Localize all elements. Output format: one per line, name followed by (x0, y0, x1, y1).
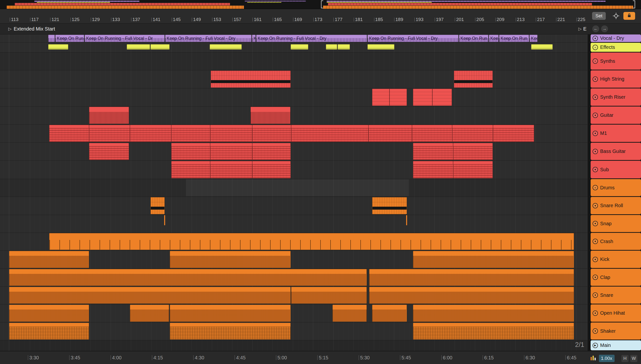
clip-vocal-dry[interactable]: Keep On Run (459, 35, 488, 42)
clip-snap[interactable] (164, 215, 165, 225)
crosshair-icon[interactable] (613, 12, 619, 19)
track-header-main[interactable]: ▶Main (591, 340, 641, 350)
clip-vocal-dry[interactable]: Kee (489, 35, 499, 42)
clip-m1[interactable] (412, 125, 452, 142)
clip-guitar[interactable] (251, 107, 290, 124)
track-header-bass-guitar[interactable]: ▼Bass Guitar (591, 143, 641, 160)
bar-ruler[interactable]: 1131171211251291331371411451491531571611… (0, 9, 641, 24)
clip-vocal-dry[interactable]: Keep On Run (499, 35, 529, 42)
track-header-sub[interactable]: ▼Sub (591, 161, 641, 178)
clip-m1[interactable] (130, 125, 171, 142)
track-lane-vocal-dry[interactable]: Keep On RunKeep On Running - Full Vocal … (0, 34, 588, 43)
track-lane-clap[interactable] (0, 269, 588, 286)
clip-m1[interactable] (291, 125, 368, 142)
clip-open-hihat[interactable] (130, 305, 169, 322)
track-lane-crash[interactable] (0, 233, 588, 251)
clip-open-hihat[interactable] (170, 305, 291, 322)
clip-vocal-dry[interactable] (48, 35, 55, 42)
clip-vocal-dry[interactable]: Keep On Running - Full Vocal - Dry (256, 35, 367, 42)
group-icon[interactable]: ≡ (592, 58, 598, 64)
clip-open-hihat[interactable] (372, 305, 407, 322)
fold-icon[interactable]: ▼ (592, 36, 598, 41)
mixer-icon[interactable] (590, 355, 596, 362)
track-lane-guitar[interactable] (0, 106, 588, 124)
track-lane-effects[interactable] (0, 43, 588, 52)
track-header-shaker[interactable]: ▼Shaker (591, 322, 641, 340)
fold-icon[interactable]: ▼ (592, 203, 598, 208)
forward-button[interactable]: → (601, 25, 608, 32)
clip-bass-guitar[interactable] (252, 143, 291, 160)
clip-open-hihat[interactable] (413, 305, 574, 322)
clip-sub[interactable] (453, 161, 493, 178)
clip-effects[interactable] (210, 44, 242, 50)
fold-icon[interactable]: ▼ (592, 257, 598, 262)
track-header-m1[interactable]: ▼M1 (591, 124, 641, 142)
clip-bass-guitar[interactable] (89, 143, 129, 160)
track-header-effects[interactable]: ≡Effects (591, 43, 641, 52)
clip-effects[interactable] (150, 44, 169, 50)
track-header-kick[interactable]: ▼Kick (591, 251, 641, 268)
clip-effects[interactable] (338, 44, 350, 50)
clip-effects[interactable] (326, 44, 337, 50)
fold-icon[interactable]: ▼ (592, 167, 598, 172)
group-icon[interactable]: ≡ (592, 45, 598, 50)
overview-strip[interactable] (0, 0, 641, 9)
fold-icon[interactable]: ▼ (592, 112, 598, 118)
fold-icon[interactable]: ▼ (592, 131, 598, 136)
clip-sub[interactable] (210, 161, 252, 178)
clip-kick[interactable] (9, 251, 89, 268)
clip-sub[interactable] (252, 161, 291, 178)
fold-icon[interactable]: ▼ (592, 310, 598, 316)
clip-bass-guitar[interactable] (453, 143, 493, 160)
clip-synth-riser[interactable] (413, 89, 452, 106)
clip-snare-roll[interactable] (150, 197, 165, 214)
track-lane-bass-guitar[interactable] (0, 143, 588, 161)
clip-vocal-dry[interactable]: Keep On Run (55, 35, 84, 42)
playback-speed-control[interactable]: 1.00x (599, 355, 614, 362)
clip-m1[interactable] (210, 125, 252, 142)
clip-shaker[interactable] (413, 323, 574, 340)
time-ruler[interactable]: 3:303:454:004:154:304:455:005:155:305:45… (0, 351, 588, 364)
zoom-height-button[interactable]: H (621, 355, 628, 362)
fold-icon[interactable]: ▼ (592, 94, 598, 100)
track-header-snare[interactable]: ▼Snare (591, 286, 641, 304)
clip-vocal-dry[interactable]: K (252, 35, 256, 42)
clip-effects[interactable] (531, 44, 553, 50)
clip-bass-guitar[interactable] (171, 143, 210, 160)
clip-snare-roll[interactable] (372, 197, 407, 214)
clip-vocal-dry[interactable]: Keep On Running - Full Vocal - Dry (367, 35, 459, 42)
arrangement-lanes[interactable]: 2/1 Keep On RunKeep On Running - Full Vo… (0, 34, 588, 351)
overview-view-bracket[interactable] (321, 0, 635, 8)
fold-icon[interactable]: ▼ (592, 292, 598, 298)
track-lane-synths[interactable] (0, 52, 588, 70)
clip-sub[interactable] (171, 161, 210, 178)
locator-label[interactable]: Extended Mix Start (14, 26, 55, 32)
clip-m1[interactable] (89, 125, 130, 142)
clip-kick[interactable] (413, 251, 574, 268)
track-lane-shaker[interactable] (0, 322, 588, 340)
clip-open-hihat[interactable] (332, 305, 367, 322)
clip-snare[interactable] (369, 287, 574, 304)
track-lane-kick[interactable] (0, 251, 588, 269)
track-lane-high-string[interactable] (0, 70, 588, 88)
clip-m1[interactable] (452, 125, 493, 142)
clip-m1[interactable] (252, 125, 291, 142)
clip-m1[interactable] (493, 125, 534, 142)
locator-marker[interactable]: ▷ Extended Mix Start (8, 24, 55, 34)
track-lane-sub[interactable] (0, 161, 588, 179)
clip-shaker[interactable] (170, 323, 291, 340)
clip-open-hihat[interactable] (9, 305, 89, 322)
clip-snap[interactable] (406, 215, 407, 225)
clip-vocal-dry[interactable]: Keep On Running - Full Vocal - Dry (165, 35, 252, 42)
back-button[interactable]: ← (592, 25, 599, 32)
track-header-clap[interactable]: ▼Clap (591, 269, 641, 286)
clip-sub[interactable] (413, 161, 453, 178)
set-button[interactable]: Set (592, 12, 606, 20)
track-lane-main[interactable] (0, 340, 588, 351)
track-lane-open-hihat[interactable] (0, 304, 588, 322)
clip-m1[interactable] (368, 125, 412, 142)
clip-bass-guitar[interactable] (210, 143, 252, 160)
fold-icon[interactable]: ▼ (592, 239, 598, 244)
locator-marker-right[interactable]: ▷ E (578, 24, 588, 34)
clip-synth-riser[interactable] (372, 89, 407, 106)
